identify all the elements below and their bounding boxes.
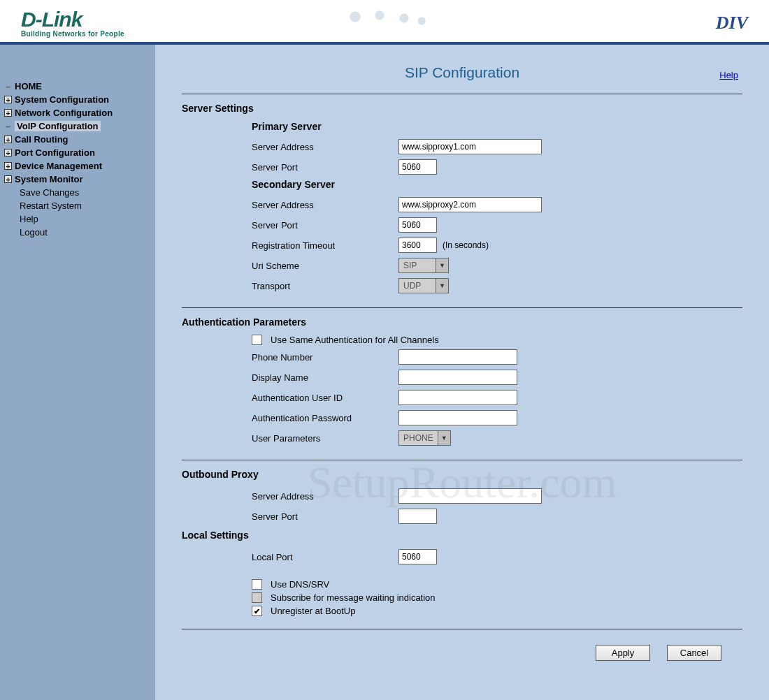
- sidebar: – HOME + System Configuration + Network …: [0, 45, 155, 700]
- secondary-port-row: Server Port: [252, 216, 742, 234]
- world-map-icon: [336, 6, 433, 34]
- registration-timeout-input[interactable]: [398, 238, 437, 253]
- unregister-checkbox[interactable]: [252, 606, 262, 616]
- plus-icon[interactable]: +: [4, 149, 12, 156]
- plus-icon[interactable]: +: [4, 136, 12, 143]
- phone-row: Phone Number: [252, 348, 742, 366]
- secondary-address-input[interactable]: [398, 197, 542, 212]
- uri-scheme-select[interactable]: SIP ▼: [398, 258, 449, 273]
- sidebar-item-restart-system[interactable]: Restart System: [4, 199, 151, 212]
- uri-scheme-label: Uri Scheme: [252, 261, 398, 271]
- sidebar-item-label: HOME: [15, 81, 42, 92]
- secondary-server-heading: Secondary Server: [252, 179, 742, 190]
- plus-icon[interactable]: +: [4, 162, 12, 170]
- uri-scheme-value: SIP: [399, 258, 436, 272]
- logo-main: D-Link: [21, 9, 124, 30]
- primary-server-heading: Primary Server: [252, 121, 742, 132]
- phone-label: Phone Number: [252, 352, 398, 363]
- outbound-address-label: Server Address: [252, 491, 398, 502]
- auth-password-input[interactable]: [398, 410, 517, 425]
- sidebar-item-network-configuration[interactable]: + Network Configuration: [4, 106, 151, 119]
- sidebar-item-label: Port Configuration: [15, 147, 95, 158]
- sidebar-item-home[interactable]: – HOME: [4, 80, 151, 93]
- primary-port-label: Server Port: [252, 162, 398, 173]
- sidebar-item-port-configuration[interactable]: + Port Configuration: [4, 146, 151, 159]
- secondary-address-label: Server Address: [252, 200, 398, 210]
- outbound-port-input[interactable]: [398, 509, 437, 524]
- sidebar-item-label: Network Configuration: [15, 108, 113, 118]
- same-auth-row: Use Same Authentication for All Channels: [252, 335, 742, 345]
- sidebar-item-system-monitor[interactable]: + System Monitor: [4, 173, 151, 186]
- local-port-row: Local Port: [252, 548, 742, 566]
- outbound-heading: Outbound Proxy: [182, 469, 742, 480]
- local-heading: Local Settings: [182, 530, 742, 541]
- secondary-port-label: Server Port: [252, 220, 398, 231]
- chevron-down-icon: ▼: [438, 431, 450, 445]
- plus-icon[interactable]: +: [4, 109, 12, 117]
- registration-timeout-row: Registration Timeout (In seconds): [252, 236, 742, 254]
- secondary-address-row: Server Address: [252, 196, 742, 214]
- registration-timeout-note: (In seconds): [443, 240, 489, 250]
- page-title: SIP Configuration: [182, 64, 742, 81]
- transport-row: Transport UDP ▼: [252, 277, 742, 295]
- sidebar-item-save-changes[interactable]: Save Changes: [4, 186, 151, 199]
- tree-dash-icon: –: [4, 81, 12, 92]
- primary-address-row: Server Address: [252, 138, 742, 156]
- phone-input[interactable]: [398, 349, 517, 365]
- primary-port-input[interactable]: [398, 159, 437, 175]
- sidebar-item-device-management[interactable]: + Device Management: [4, 159, 151, 173]
- content: SIP Configuration Help Server Settings P…: [155, 45, 769, 700]
- display-name-label: Display Name: [252, 372, 398, 383]
- registration-timeout-label: Registration Timeout: [252, 240, 398, 251]
- cancel-button[interactable]: Cancel: [667, 645, 721, 661]
- display-name-input[interactable]: [398, 370, 517, 385]
- sidebar-item-label: Help: [20, 214, 38, 224]
- help-link[interactable]: Help: [719, 70, 738, 80]
- sidebar-item-logout[interactable]: Logout: [4, 226, 151, 239]
- chevron-down-icon: ▼: [436, 258, 448, 272]
- plus-icon[interactable]: +: [4, 96, 12, 103]
- outbound-port-row: Server Port: [252, 507, 742, 525]
- secondary-port-input[interactable]: [398, 217, 437, 233]
- sidebar-item-voip-configuration[interactable]: – VoIP Configuration: [4, 119, 151, 133]
- sidebar-item-label: System Monitor: [15, 174, 83, 184]
- auth-heading: Authentication Parameters: [182, 316, 742, 328]
- plus-icon[interactable]: +: [4, 175, 12, 183]
- user-parameters-label: User Parameters: [252, 433, 398, 444]
- server-settings-heading: Server Settings: [182, 103, 742, 114]
- divider: [182, 460, 742, 460]
- dns-srv-checkbox[interactable]: [252, 579, 262, 590]
- mwi-label: Subscribe for message waiting indication: [271, 592, 436, 603]
- auth-userid-input[interactable]: [398, 390, 517, 405]
- sidebar-item-system-configuration[interactable]: + System Configuration: [4, 93, 151, 106]
- check-icon: [254, 606, 260, 616]
- sidebar-item-help[interactable]: Help: [4, 212, 151, 226]
- outbound-address-row: Server Address: [252, 487, 742, 505]
- logo: D-Link Building Networks for People: [21, 9, 124, 38]
- local-port-input[interactable]: [398, 549, 437, 564]
- sidebar-item-label: Save Changes: [20, 187, 79, 198]
- user-parameters-select[interactable]: PHONE ▼: [398, 430, 451, 446]
- user-parameters-row: User Parameters PHONE ▼: [252, 429, 742, 447]
- primary-address-input[interactable]: [398, 139, 542, 154]
- divider: [182, 307, 742, 308]
- sidebar-item-call-routing[interactable]: + Call Routing: [4, 133, 151, 146]
- unregister-row: Unregister at BootUp: [252, 606, 742, 616]
- apply-button[interactable]: Apply: [596, 645, 650, 661]
- same-auth-label: Use Same Authentication for All Channels: [271, 335, 439, 345]
- same-auth-checkbox[interactable]: [252, 335, 262, 345]
- auth-password-label: Authentication Password: [252, 413, 398, 423]
- auth-userid-row: Authentication User ID: [252, 388, 742, 407]
- sidebar-item-label: System Configuration: [15, 94, 109, 105]
- local-port-label: Local Port: [252, 552, 398, 562]
- display-name-row: Display Name: [252, 368, 742, 386]
- sidebar-item-label: VoIP Configuration: [15, 121, 101, 131]
- divider: [182, 629, 742, 629]
- outbound-address-input[interactable]: [398, 488, 542, 504]
- auth-password-row: Authentication Password: [252, 409, 742, 427]
- transport-select[interactable]: UDP ▼: [398, 278, 449, 293]
- tree-dash-icon: –: [4, 121, 12, 131]
- dns-srv-row: Use DNS/SRV: [252, 579, 742, 590]
- primary-address-label: Server Address: [252, 142, 398, 152]
- mwi-checkbox[interactable]: [252, 592, 262, 603]
